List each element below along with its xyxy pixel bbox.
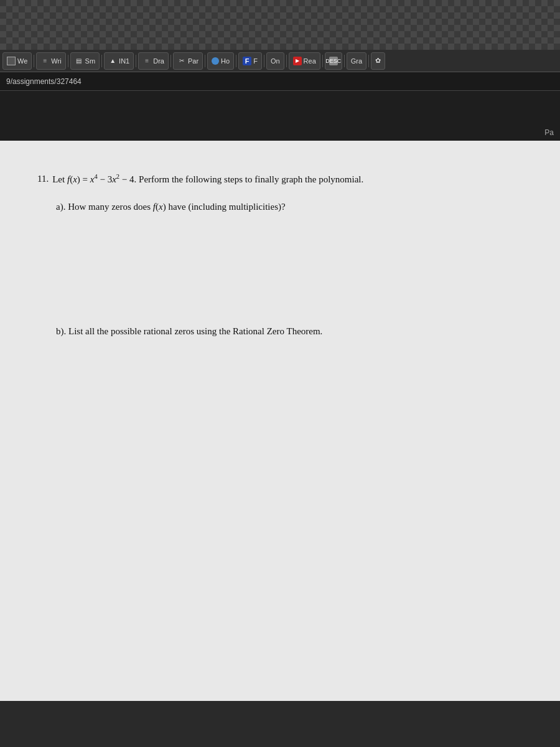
- sub-b-label: b).: [56, 326, 66, 336]
- tab-we-icon: [7, 57, 16, 65]
- dark-header: Pa: [0, 91, 560, 141]
- tab-divider-6: [205, 55, 205, 67]
- tab-in1-label: IN1: [119, 57, 129, 65]
- tab-on[interactable]: On: [266, 52, 284, 70]
- question-11-number: 11.: [37, 172, 49, 187]
- tab-divider-12: [368, 55, 369, 67]
- tab-gra-label: Gra: [351, 57, 362, 65]
- question-11-function: f: [67, 174, 70, 184]
- tab-divider-9: [286, 55, 287, 67]
- tab-wri-icon: ≡: [40, 57, 49, 65]
- tab-in1-icon: ▲: [108, 57, 117, 65]
- top-decoration: [0, 0, 560, 50]
- tab-rea-icon: ▶: [293, 57, 302, 65]
- tab-divider-10: [322, 55, 323, 67]
- tab-dra-icon: ≡: [142, 57, 151, 65]
- tab-wri[interactable]: ≡ Wri: [36, 52, 65, 70]
- tab-divider-7: [236, 55, 236, 67]
- tab-ho-label: Ho: [221, 57, 230, 65]
- tab-dra-label: Dra: [153, 57, 164, 65]
- url-text: 9/assignments/327464: [6, 77, 82, 86]
- page-indicator: Pa: [544, 128, 554, 137]
- tab-extra[interactable]: ✿: [371, 52, 385, 70]
- tab-we[interactable]: We: [2, 52, 32, 70]
- tab-par-icon: ✂: [177, 57, 186, 65]
- tab-divider-4: [136, 55, 136, 67]
- tab-divider-2: [68, 55, 68, 67]
- tab-f-label: F: [253, 57, 258, 65]
- tab-divider-8: [264, 55, 264, 67]
- tab-divider-3: [101, 55, 102, 67]
- tab-sm[interactable]: ▤ Sm: [70, 52, 100, 70]
- sub-a-text: How many zeros does f(x) have (including…: [68, 202, 286, 212]
- tab-divider-5: [170, 55, 171, 67]
- content-area: 11. Let f(x) = x4 − 3x2 − 4. Perform the…: [0, 141, 560, 701]
- tab-par-label: Par: [188, 57, 198, 65]
- question-11-text: Let f(x) = x4 − 3x2 − 4. Perform the fol…: [52, 172, 363, 187]
- tab-ho[interactable]: Ho: [207, 52, 234, 70]
- tab-on-label: On: [271, 57, 280, 65]
- tab-f[interactable]: F F: [238, 52, 262, 70]
- sub-question-a: a). How many zeros does f(x) have (inclu…: [56, 199, 523, 311]
- tab-ho-icon: [212, 57, 219, 65]
- tab-rea[interactable]: ▶ Rea: [289, 52, 320, 70]
- tab-sm-icon: ▤: [75, 57, 83, 65]
- tab-desc[interactable]: DESC: [325, 52, 342, 70]
- question-11-exp2: 2: [116, 173, 119, 180]
- question-11-exp4: 4: [94, 173, 97, 180]
- question-11-block: 11. Let f(x) = x4 − 3x2 − 4. Perform the…: [37, 172, 523, 448]
- sub-a-var: x: [159, 202, 163, 212]
- tab-we-label: We: [17, 57, 27, 65]
- sub-b-text: List all the possible rational zeros usi…: [68, 326, 322, 336]
- tab-divider-1: [34, 55, 34, 67]
- tab-sm-label: Sm: [85, 57, 96, 65]
- question-11-var: x: [73, 174, 77, 184]
- tab-f-icon: F: [243, 57, 251, 65]
- tab-divider-11: [344, 55, 345, 67]
- sub-a-function: f: [153, 202, 156, 212]
- question-11-header: 11. Let f(x) = x4 − 3x2 − 4. Perform the…: [37, 172, 523, 187]
- tab-in1[interactable]: ▲ IN1: [104, 52, 134, 70]
- tab-wri-label: Wri: [51, 57, 61, 65]
- tab-par[interactable]: ✂ Par: [173, 52, 203, 70]
- tab-desc-icon: DESC: [329, 57, 338, 65]
- url-bar: 9/assignments/327464: [0, 72, 560, 91]
- tab-dra[interactable]: ≡ Dra: [138, 52, 169, 70]
- sub-question-b: b). List all the possible rational zeros…: [56, 324, 523, 448]
- tab-rea-label: Rea: [304, 57, 316, 65]
- tab-extra-label: ✿: [375, 57, 381, 65]
- taskbar: We ≡ Wri ▤ Sm ▲ IN1 ≡ Dra ✂ Par Ho F F O…: [0, 50, 560, 72]
- question-11-term2: x: [112, 174, 116, 184]
- sub-a-label: a).: [56, 202, 65, 212]
- tab-gra[interactable]: Gra: [347, 52, 366, 70]
